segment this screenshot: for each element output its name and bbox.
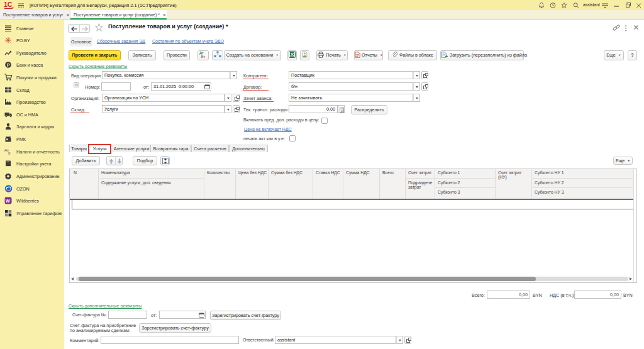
svg-text:W: W	[6, 198, 11, 204]
svg-text:1С: 1С	[4, 1, 13, 8]
svg-text:％: ％	[7, 152, 11, 155]
svg-text:Р: Р	[7, 62, 10, 68]
svg-text:Кт: Кт	[201, 55, 205, 58]
